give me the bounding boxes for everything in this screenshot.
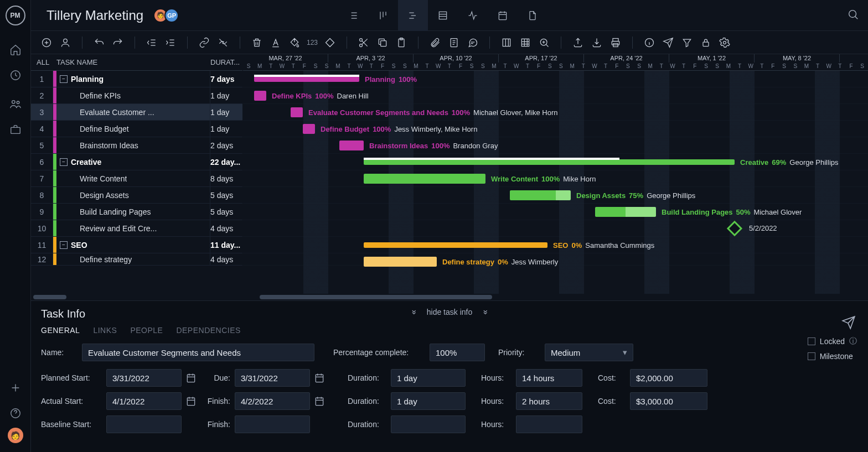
task-row[interactable]: 12Define strategy4 days (31, 253, 242, 266)
duration-input[interactable] (391, 369, 466, 387)
add-circle-icon[interactable] (40, 36, 53, 49)
grid-icon[interactable] (519, 36, 532, 49)
milestone-diamond[interactable] (727, 221, 742, 236)
task-row[interactable]: 2Define KPIs1 day (31, 87, 242, 104)
home-icon[interactable] (4, 39, 27, 61)
view-gantt-icon[interactable] (398, 0, 428, 31)
due-input[interactable] (235, 369, 310, 387)
cut-icon[interactable] (357, 36, 370, 49)
import-icon[interactable] (590, 36, 603, 49)
name-input[interactable] (82, 344, 314, 361)
people-icon[interactable] (4, 93, 27, 115)
view-activity-icon[interactable] (458, 0, 488, 31)
gantt-bar[interactable] (595, 207, 656, 217)
tab-links[interactable]: LINKS (93, 326, 117, 335)
paste-icon[interactable] (395, 36, 408, 49)
export-icon[interactable] (571, 36, 585, 49)
locked-checkbox[interactable]: Locked ⓘ (808, 336, 857, 346)
baseline-duration-input[interactable] (391, 415, 466, 433)
baseline-hours-input[interactable] (516, 415, 582, 433)
gantt-bar[interactable] (510, 190, 571, 200)
gantt-bar[interactable] (364, 242, 547, 248)
settings-icon[interactable] (718, 36, 731, 49)
timeline-hscroll[interactable] (243, 294, 868, 300)
hide-task-info-button[interactable]: hide task info (410, 308, 489, 316)
view-file-icon[interactable] (518, 0, 547, 31)
tab-dependencies[interactable]: DEPENDENCIES (176, 326, 240, 335)
comment-icon[interactable] (466, 36, 479, 49)
add-icon[interactable] (4, 377, 27, 399)
user-avatar[interactable]: 🧑 (8, 428, 23, 443)
send-icon[interactable] (662, 36, 675, 49)
actual-start-input[interactable] (106, 392, 182, 410)
gantt-bar[interactable] (254, 76, 359, 82)
task-row[interactable]: 6−Creative22 day... (31, 154, 242, 170)
task-hscroll[interactable] (31, 294, 242, 300)
tab-people[interactable]: PEOPLE (130, 326, 163, 335)
hours-input[interactable] (516, 369, 582, 387)
info-icon[interactable] (643, 36, 656, 49)
notes-icon[interactable] (447, 36, 461, 49)
milestone-icon[interactable] (323, 36, 337, 49)
calendar-icon[interactable] (312, 394, 327, 408)
lock-icon[interactable] (699, 36, 712, 49)
task-row[interactable]: 9Build Landing Pages5 days (31, 204, 242, 220)
pct-input[interactable] (430, 344, 485, 361)
col-task-name[interactable]: TASK NAME (53, 58, 210, 66)
attachment-icon[interactable] (428, 36, 442, 49)
gantt-bar[interactable] (291, 107, 303, 117)
gantt-bar[interactable] (339, 141, 364, 150)
send-plane-icon[interactable] (841, 315, 856, 331)
filter-icon[interactable] (680, 36, 694, 49)
gantt-bar[interactable] (303, 124, 315, 134)
milestone-checkbox[interactable]: Milestone (808, 352, 857, 361)
calendar-icon[interactable] (312, 371, 327, 385)
search-icon[interactable] (847, 8, 859, 22)
help-icon[interactable] (4, 402, 27, 424)
briefcase-icon[interactable] (4, 118, 27, 141)
baseline-finish-input[interactable] (235, 415, 310, 433)
assign-icon[interactable] (59, 36, 72, 49)
task-row[interactable]: 3Evaluate Customer ...1 day (31, 104, 242, 121)
avatar-group[interactable]: 🧑 GP (157, 8, 179, 23)
view-list-icon[interactable] (338, 0, 368, 31)
app-logo[interactable]: PM (6, 6, 25, 25)
col-all[interactable]: ALL (31, 58, 53, 66)
unlink-icon[interactable] (216, 36, 230, 49)
gantt-bar[interactable] (254, 91, 266, 101)
task-row[interactable]: 11−SEO11 day... (31, 237, 242, 253)
outdent-icon[interactable] (145, 36, 158, 49)
text-color-icon[interactable] (269, 36, 282, 49)
view-board-icon[interactable] (368, 0, 398, 31)
copy-icon[interactable] (376, 36, 389, 49)
redo-icon[interactable] (111, 36, 125, 49)
finish-input[interactable] (235, 392, 310, 410)
planned-start-input[interactable] (106, 369, 182, 387)
gantt-bar[interactable] (364, 159, 735, 165)
task-row[interactable]: 10Review and Edit Cre...4 days (31, 220, 242, 237)
collapse-toggle[interactable]: − (60, 241, 68, 249)
fill-color-icon[interactable] (288, 36, 301, 49)
gantt-bar[interactable] (364, 257, 437, 267)
clock-icon[interactable] (4, 64, 27, 86)
baseline-start-input[interactable] (106, 415, 182, 433)
cost-input[interactable] (630, 369, 707, 387)
view-calendar-icon[interactable] (488, 0, 518, 31)
task-row[interactable]: 8Design Assets5 days (31, 187, 242, 204)
tab-general[interactable]: GENERAL (41, 326, 80, 335)
task-row[interactable]: 7Write Content8 days (31, 170, 242, 187)
task-row[interactable]: 4Define Budget1 day (31, 121, 242, 137)
collapse-toggle[interactable]: − (60, 75, 68, 83)
undo-icon[interactable] (92, 36, 106, 49)
zoom-icon[interactable] (538, 36, 551, 49)
cost2-input[interactable] (630, 392, 707, 410)
task-row[interactable]: 1−Planning7 days (31, 71, 242, 87)
indent-icon[interactable] (164, 36, 177, 49)
duration2-input[interactable] (391, 392, 466, 410)
calendar-icon[interactable] (184, 371, 198, 385)
print-icon[interactable] (609, 36, 622, 49)
link-icon[interactable] (198, 36, 211, 49)
col-duration[interactable]: DURAT... (210, 58, 242, 66)
avatar[interactable]: GP (164, 8, 179, 23)
hours2-input[interactable] (516, 392, 582, 410)
